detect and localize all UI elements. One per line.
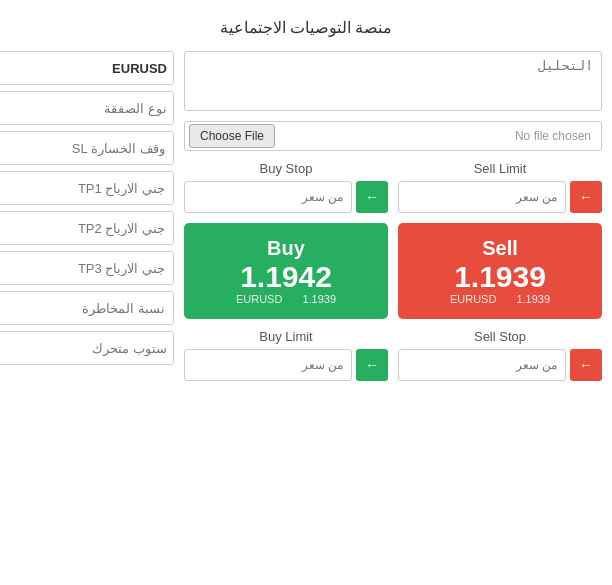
analysis-input[interactable] [184, 51, 602, 111]
order-type-row[interactable]: ▼ [0, 91, 174, 125]
tp2-input[interactable] [0, 211, 174, 245]
file-input-row: No file chosen Choose File [184, 121, 602, 151]
currency-pair-row[interactable]: ▼ [0, 51, 174, 85]
sell-pair-label: EURUSD [450, 293, 496, 305]
buy-type-label: Buy [267, 237, 305, 260]
tp3-input[interactable] [0, 251, 174, 285]
sell-limit-label: Sell Limit [398, 161, 602, 176]
sell-price-label: 1.1939 [454, 260, 546, 293]
buy-limit-price-input[interactable] [184, 349, 352, 381]
sell-stop-section: Sell Stop ← [398, 329, 602, 381]
right-panel: ▼ ▼ ▼ [0, 51, 174, 381]
sell-stop-input-row: ← [398, 349, 602, 381]
choose-file-button[interactable]: Choose File [189, 124, 275, 148]
sell-sub-info: 1.1939 EURUSD [450, 293, 550, 305]
buy-stop-arrow-button[interactable]: ← [356, 181, 388, 213]
tp1-input[interactable] [0, 171, 174, 205]
buy-pair-label: EURUSD [236, 293, 282, 305]
left-panel: No file chosen Choose File Sell Limit ← … [184, 51, 602, 381]
buy-sub-price: 1.1939 [302, 293, 336, 305]
sell-limit-price-input[interactable] [398, 181, 566, 213]
trade-buttons-row: Sell 1.1939 1.1939 EURUSD Buy 1.1942 1.1… [184, 223, 602, 319]
trailing-stop-input[interactable] [0, 341, 167, 356]
sell-limit-arrow-button[interactable]: ← [570, 181, 602, 213]
sell-type-label: Sell [482, 237, 518, 260]
stop-loss-input[interactable] [0, 131, 174, 165]
sell-stop-label: Sell Stop [398, 329, 602, 344]
buy-limit-label: Buy Limit [184, 329, 388, 344]
sell-limit-buy-stop-row: Sell Limit ← Buy Stop ← [184, 161, 602, 213]
sell-limit-input-row: ← [398, 181, 602, 213]
buy-limit-section: Buy Limit ← [184, 329, 388, 381]
buy-limit-arrow-button[interactable]: ← [356, 349, 388, 381]
trailing-stop-row[interactable]: ▼ [0, 331, 174, 365]
sell-button[interactable]: Sell 1.1939 1.1939 EURUSD [398, 223, 602, 319]
order-type-input[interactable] [0, 101, 167, 116]
buy-stop-label: Buy Stop [184, 161, 388, 176]
sell-stop-buy-limit-row: Sell Stop ← Buy Limit ← [184, 329, 602, 381]
currency-pair-input[interactable] [0, 61, 167, 76]
sell-limit-section: Sell Limit ← [398, 161, 602, 213]
buy-limit-input-row: ← [184, 349, 388, 381]
risk-input[interactable] [0, 291, 174, 325]
buy-price-label: 1.1942 [240, 260, 332, 293]
buy-stop-section: Buy Stop ← [184, 161, 388, 213]
buy-stop-price-input[interactable] [184, 181, 352, 213]
buy-sub-info: 1.1939 EURUSD [236, 293, 336, 305]
file-no-chosen-label: No file chosen [275, 129, 597, 143]
buy-button[interactable]: Buy 1.1942 1.1939 EURUSD [184, 223, 388, 319]
sell-stop-price-input[interactable] [398, 349, 566, 381]
sell-sub-price: 1.1939 [516, 293, 550, 305]
buy-stop-input-row: ← [184, 181, 388, 213]
page-title: منصة التوصيات الاجتماعية [0, 0, 612, 51]
sell-stop-arrow-button[interactable]: ← [570, 349, 602, 381]
